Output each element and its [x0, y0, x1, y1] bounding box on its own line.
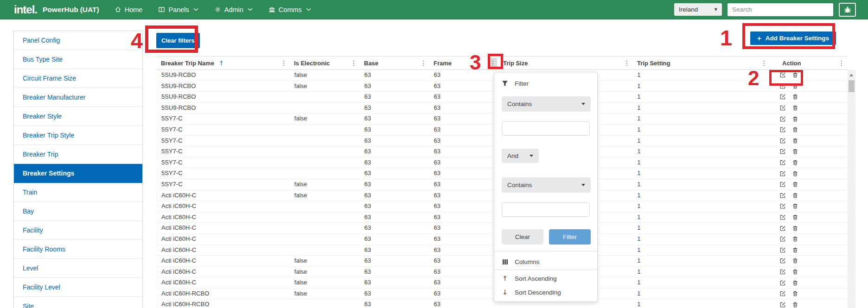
- nav-item-home[interactable]: Home: [107, 0, 151, 19]
- sort-ascending-menu-item[interactable]: ↑ Sort Ascending: [502, 271, 590, 285]
- edit-button[interactable]: [779, 138, 786, 144]
- filter-operator-select-2[interactable]: Contains: [502, 177, 591, 193]
- delete-button[interactable]: [792, 280, 798, 286]
- sidebar-item-train[interactable]: Train: [14, 183, 142, 202]
- delete-button[interactable]: [792, 181, 798, 188]
- column-menu-button-is-electronic[interactable]: ⋮: [350, 58, 358, 68]
- delete-button[interactable]: [792, 247, 798, 253]
- delete-button[interactable]: [792, 203, 798, 209]
- edit-button[interactable]: [779, 159, 786, 166]
- filter-value-input-1[interactable]: [502, 121, 590, 136]
- column-header-breaker-trip-name[interactable]: Breaker Trip Name↑⋮: [157, 57, 290, 69]
- column-header-action[interactable]: Action⋮: [770, 57, 848, 69]
- edit-button[interactable]: [779, 105, 786, 111]
- sidebar-item-site[interactable]: Site: [14, 297, 142, 308]
- delete-button[interactable]: [792, 258, 798, 264]
- delete-button[interactable]: [792, 192, 798, 199]
- delete-button[interactable]: [792, 94, 798, 100]
- filter-operator-select-1[interactable]: Contains: [502, 96, 591, 112]
- sidebar-item-panel-config[interactable]: Panel Config: [14, 31, 142, 50]
- edit-button[interactable]: [779, 148, 786, 155]
- column-menu-button-base[interactable]: ⋮: [419, 58, 428, 68]
- edit-button[interactable]: [779, 192, 786, 199]
- bug-report-button[interactable]: [839, 3, 856, 17]
- sidebar-item-breaker-style[interactable]: Breaker Style: [14, 107, 142, 126]
- scrollbar-thumb[interactable]: [849, 80, 855, 92]
- delete-button[interactable]: [792, 290, 798, 297]
- filter-clear-button[interactable]: Clear: [502, 229, 543, 245]
- sidebar-item-breaker-settings[interactable]: Breaker Settings: [14, 164, 142, 183]
- edit-button[interactable]: [779, 236, 786, 242]
- delete-button[interactable]: [792, 214, 798, 220]
- sidebar-item-circuit-frame-size[interactable]: Circuit Frame Size: [14, 69, 142, 88]
- cell-is-electronic: [290, 103, 360, 113]
- column-header-trip-size[interactable]: Trip Size⋮: [499, 57, 633, 69]
- sidebar-item-level[interactable]: Level: [14, 259, 142, 278]
- edit-button[interactable]: [779, 181, 786, 188]
- delete-button[interactable]: [792, 225, 798, 232]
- delete-button[interactable]: [792, 302, 798, 308]
- add-breaker-settings-button[interactable]: + Add Breaker Settings: [750, 31, 836, 45]
- edit-button[interactable]: [779, 225, 786, 232]
- delete-button[interactable]: [792, 116, 798, 122]
- column-menu-button-trip-setting[interactable]: ⋮: [760, 58, 768, 68]
- caret-down-icon: [581, 184, 585, 186]
- delete-button[interactable]: [792, 148, 798, 155]
- delete-button[interactable]: [792, 138, 798, 144]
- cell-trip-setting: 1: [633, 146, 770, 157]
- sort-descending-menu-item[interactable]: ↓ Sort Descending: [502, 285, 590, 299]
- column-menu-button-breaker-trip-name[interactable]: ⋮: [280, 58, 288, 68]
- delete-button[interactable]: [792, 159, 798, 166]
- column-menu-button-trip-size[interactable]: ⋮: [623, 58, 631, 68]
- sidebar-item-breaker-trip[interactable]: Breaker Trip: [14, 145, 142, 164]
- region-select[interactable]: Ireland ▼: [674, 3, 722, 16]
- filter-value-input-2[interactable]: [502, 202, 590, 217]
- cell-trip-setting: 1: [633, 223, 770, 233]
- edit-button[interactable]: [779, 247, 786, 253]
- delete-button[interactable]: [792, 236, 798, 242]
- edit-button[interactable]: [779, 269, 786, 275]
- nav-item-admin[interactable]: Admin: [206, 0, 261, 19]
- column-menu-button-action[interactable]: ⋮: [837, 58, 846, 68]
- edit-button[interactable]: [779, 83, 786, 89]
- edit-button[interactable]: [779, 258, 786, 264]
- delete-button[interactable]: [792, 83, 798, 89]
- delete-button[interactable]: [792, 170, 798, 177]
- edit-button[interactable]: [779, 280, 786, 286]
- edit-button[interactable]: [779, 94, 786, 100]
- vertical-scrollbar[interactable]: [848, 70, 855, 308]
- edit-button[interactable]: [779, 214, 786, 220]
- edit-button[interactable]: [779, 170, 786, 177]
- sidebar-item-facility[interactable]: Facility: [14, 221, 142, 240]
- sidebar-item-breaker-trip-style[interactable]: Breaker Trip Style: [14, 126, 142, 145]
- delete-button[interactable]: [792, 126, 798, 133]
- column-header-base[interactable]: Base⋮: [360, 57, 429, 69]
- scroll-up-arrow[interactable]: [849, 74, 853, 76]
- column-menu-button-frame[interactable]: ⋮: [489, 58, 497, 68]
- nav-item-comms[interactable]: Comms: [261, 0, 319, 19]
- edit-button[interactable]: [779, 302, 786, 308]
- nav-item-panels[interactable]: Panels: [150, 0, 206, 19]
- trash-icon: [792, 280, 798, 286]
- sidebar-item-bay[interactable]: Bay: [14, 202, 142, 221]
- filter-logic-select[interactable]: And: [502, 149, 539, 163]
- clear-filters-button[interactable]: Clear filters: [156, 33, 200, 48]
- sidebar-item-bus-type-site[interactable]: Bus Type Site: [14, 50, 142, 69]
- column-header-trip-setting[interactable]: Trip Setting⋮: [633, 57, 770, 69]
- column-header-frame[interactable]: Frame⋮: [429, 57, 499, 69]
- filter-apply-button[interactable]: Filter: [549, 229, 591, 245]
- columns-menu-item[interactable]: Columns: [502, 254, 590, 270]
- sidebar-item-breaker-manufacturer[interactable]: Breaker Manufacturer: [14, 88, 142, 107]
- edit-button[interactable]: [779, 203, 786, 209]
- delete-button[interactable]: [792, 105, 798, 111]
- delete-button[interactable]: [792, 72, 798, 78]
- edit-button[interactable]: [779, 126, 786, 133]
- delete-button[interactable]: [792, 269, 798, 275]
- sidebar-item-facility-level[interactable]: Facility Level: [14, 278, 142, 297]
- edit-button[interactable]: [779, 116, 786, 122]
- search-input[interactable]: [728, 3, 833, 16]
- edit-button[interactable]: [779, 72, 786, 78]
- edit-button[interactable]: [779, 290, 786, 297]
- column-header-is-electronic[interactable]: Is Electronic⋮: [290, 57, 360, 69]
- sidebar-item-facility-rooms[interactable]: Facility Rooms: [14, 240, 142, 259]
